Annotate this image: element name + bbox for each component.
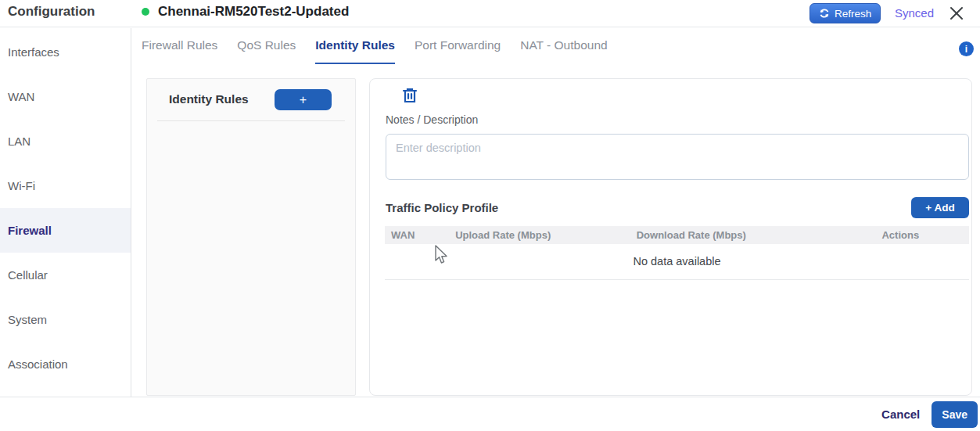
- cancel-button[interactable]: Cancel: [881, 408, 920, 421]
- refresh-label: Refresh: [835, 8, 871, 20]
- device-name: Chennai-RM520Test2-Updated: [158, 4, 349, 20]
- notes-description-label: Notes / Description: [386, 113, 478, 126]
- sidebar-item-firewall[interactable]: Firewall: [0, 208, 131, 253]
- sync-status: Synced: [895, 6, 934, 20]
- firewall-tab-bar: Firewall Rules QoS Rules Identity Rules …: [132, 27, 980, 71]
- refresh-button[interactable]: Refresh: [809, 3, 881, 23]
- column-header-actions: Actions: [875, 226, 969, 244]
- sidebar-item-wifi[interactable]: Wi-Fi: [0, 163, 131, 208]
- save-button[interactable]: Save: [932, 401, 978, 428]
- column-header-download-rate: Download Rate (Mbps): [630, 226, 876, 244]
- sidebar-item-interfaces[interactable]: Interfaces: [0, 30, 131, 74]
- column-header-wan: WAN: [385, 226, 449, 244]
- info-icon[interactable]: i: [959, 41, 974, 56]
- table-header-row: WAN Upload Rate (Mbps) Download Rate (Mb…: [385, 226, 969, 244]
- traffic-policy-table: WAN Upload Rate (Mbps) Download Rate (Mb…: [385, 226, 969, 280]
- identity-rule-detail-panel: Notes / Description Traffic Policy Profi…: [369, 78, 972, 396]
- table-empty-row: No data available: [385, 244, 969, 279]
- rules-panel-divider: [157, 120, 345, 121]
- add-identity-rule-button[interactable]: +: [275, 89, 332, 110]
- sidebar-item-wan[interactable]: WAN: [0, 74, 131, 119]
- tab-identity-rules[interactable]: Identity Rules: [315, 38, 395, 64]
- tab-qos-rules[interactable]: QoS Rules: [237, 38, 296, 64]
- tab-nat-outbound[interactable]: NAT - Outbound: [520, 38, 607, 64]
- rules-panel-title: Identity Rules: [169, 92, 249, 106]
- traffic-policy-profile-title: Traffic Policy Profile: [386, 201, 498, 214]
- footer-bar: Cancel Save: [0, 397, 980, 431]
- delete-rule-icon[interactable]: [400, 86, 420, 106]
- identity-rules-list-panel: Identity Rules +: [146, 78, 356, 396]
- tab-firewall-rules[interactable]: Firewall Rules: [142, 38, 217, 64]
- add-traffic-policy-button[interactable]: + Add: [911, 197, 969, 218]
- page-title: Configuration: [8, 4, 95, 20]
- refresh-icon: [819, 8, 830, 19]
- sidebar-item-association[interactable]: Association: [0, 342, 131, 386]
- device-status-dot: [142, 8, 149, 16]
- column-header-upload-rate: Upload Rate (Mbps): [449, 226, 630, 244]
- sidebar-item-system[interactable]: System: [0, 297, 131, 342]
- tab-port-forwarding[interactable]: Port Forwarding: [415, 38, 501, 64]
- no-data-message: No data available: [385, 244, 969, 279]
- sidebar-item-cellular[interactable]: Cellular: [0, 253, 131, 297]
- sidebar-item-lan[interactable]: LAN: [0, 119, 131, 163]
- close-icon[interactable]: [947, 4, 966, 23]
- configuration-window: Configuration Chennai-RM520Test2-Updated…: [0, 0, 980, 431]
- notes-description-input[interactable]: [386, 134, 969, 180]
- window-header: Configuration Chennai-RM520Test2-Updated…: [0, 0, 980, 27]
- sidebar-nav: Interfaces WAN LAN Wi-Fi Firewall Cellul…: [0, 28, 131, 431]
